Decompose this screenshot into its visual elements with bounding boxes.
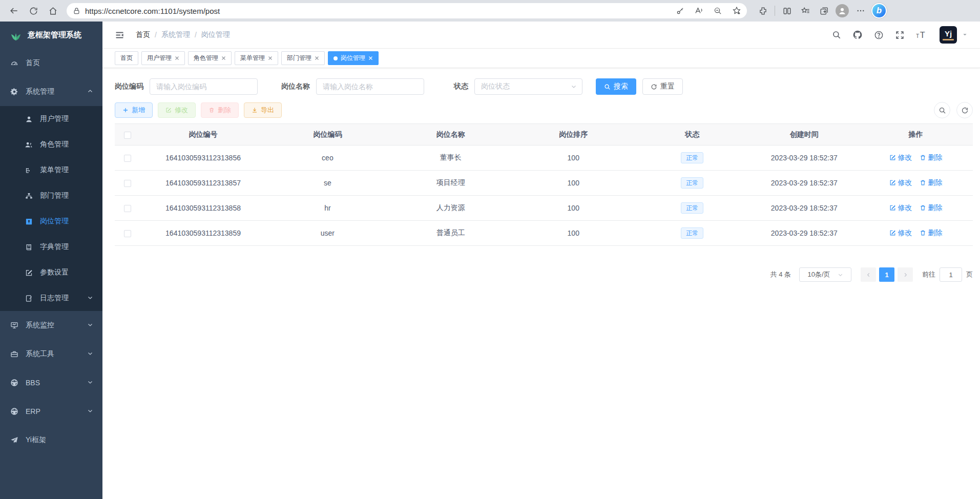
sidebar: 意框架管理系统 首页 系统管理 用户管理 [0, 22, 102, 499]
tab-posts[interactable]: 岗位管理 [328, 51, 379, 65]
sidebar-item-yi-framework[interactable]: Yi框架 [0, 426, 102, 454]
tab-home[interactable]: 首页 [115, 51, 138, 65]
edit-button[interactable]: 修改 [158, 102, 196, 118]
tab-menus[interactable]: 菜单管理 [235, 51, 278, 65]
row-checkbox[interactable] [124, 205, 131, 212]
add-favorite-icon[interactable] [729, 4, 744, 18]
row-delete-link[interactable]: 删除 [920, 178, 943, 188]
col-status: 状态 [635, 124, 749, 145]
export-button[interactable]: 导出 [244, 102, 282, 118]
prev-page-button[interactable] [861, 267, 876, 282]
sidebar-item-label: ERP [26, 407, 40, 415]
sidebar-item-role-mgmt[interactable]: 角色管理 [0, 132, 102, 157]
sidebar-item-bbs[interactable]: BBS [0, 368, 102, 397]
cell-post-id: 1641030593112313856 [140, 145, 266, 171]
sidebar-item-user-mgmt[interactable]: 用户管理 [0, 106, 102, 132]
browser-back-button[interactable] [5, 2, 23, 19]
breadcrumb-home[interactable]: 首页 [136, 30, 150, 39]
sidebar-item-dept-mgmt[interactable]: 部门管理 [0, 183, 102, 209]
password-key-icon[interactable] [673, 4, 687, 18]
org-tree-icon [25, 192, 33, 200]
avatar-caret-icon[interactable] [962, 30, 968, 39]
close-icon[interactable] [368, 56, 373, 60]
table-search-toggle-button[interactable] [934, 102, 950, 118]
goto-page-input[interactable] [940, 267, 962, 282]
sidebar-item-system-monitor[interactable]: 系统监控 [0, 311, 102, 340]
close-icon[interactable] [268, 56, 273, 60]
extensions-icon[interactable] [754, 2, 772, 19]
row-checkbox[interactable] [124, 155, 131, 162]
post-code-input[interactable] [150, 78, 258, 95]
svg-text:T: T [920, 30, 925, 39]
split-screen-icon[interactable] [778, 2, 796, 19]
row-checkbox[interactable] [124, 230, 131, 237]
table-tools [934, 102, 973, 118]
post-name-input[interactable] [316, 78, 424, 95]
address-bar[interactable]: https://ccnetcore.com:1101/system/post [67, 3, 747, 18]
favorites-icon[interactable] [797, 2, 814, 19]
close-icon[interactable] [175, 56, 179, 60]
system-mgmt-submenu: 用户管理 角色管理 菜单管理 部门管理 [0, 106, 102, 311]
close-icon[interactable] [315, 56, 319, 60]
close-icon[interactable] [221, 56, 226, 60]
pagination-total: 共 4 条 [770, 270, 791, 279]
zoom-out-icon[interactable] [711, 4, 725, 18]
header-search-icon[interactable] [832, 30, 841, 39]
row-delete-link[interactable]: 删除 [920, 228, 943, 238]
tab-depts[interactable]: 部门管理 [281, 51, 325, 65]
edit-icon [889, 204, 896, 211]
bing-copilot-icon[interactable]: b [870, 2, 888, 19]
sidebar-item-label: BBS [26, 379, 40, 387]
page-unit-label: 页 [966, 270, 973, 279]
url-text[interactable]: https://ccnetcore.com:1101/system/post [85, 7, 668, 15]
row-checkbox[interactable] [124, 180, 131, 187]
font-size-icon[interactable]: TT [916, 30, 928, 40]
add-button[interactable]: 新增 [115, 102, 153, 118]
status-select[interactable]: 岗位状态 [474, 78, 582, 95]
browser-home-button[interactable] [44, 2, 61, 19]
page-number-1[interactable]: 1 [879, 267, 894, 282]
sidebar-item-menu-mgmt[interactable]: 菜单管理 [0, 157, 102, 183]
table-refresh-button[interactable] [956, 102, 973, 118]
sidebar-item-system-tools[interactable]: 系统工具 [0, 340, 102, 368]
search-button[interactable]: 搜索 [596, 78, 636, 95]
browser-profile-avatar[interactable] [833, 2, 851, 19]
page-size-select[interactable]: 10条/页 [799, 267, 851, 282]
globe-icon [10, 379, 18, 387]
browser-refresh-button[interactable] [25, 2, 42, 19]
edit-icon [165, 107, 172, 113]
sidebar-item-dict-mgmt[interactable]: 字典管理 [0, 234, 102, 260]
next-page-button[interactable] [898, 267, 913, 282]
avatar-monogram: Yj [945, 30, 952, 37]
sidebar-item-post-mgmt[interactable]: 岗位管理 [0, 209, 102, 234]
edit-icon [889, 230, 896, 236]
row-delete-link[interactable]: 删除 [920, 153, 943, 162]
sidebar-item-param-settings[interactable]: 参数设置 [0, 260, 102, 285]
sidebar-collapse-icon[interactable] [115, 30, 124, 40]
user-avatar[interactable]: Yj [940, 26, 957, 44]
fullscreen-icon[interactable] [895, 30, 905, 40]
tab-roles[interactable]: 角色管理 [188, 51, 232, 65]
sidebar-item-system-mgmt[interactable]: 系统管理 [0, 77, 102, 106]
reset-button[interactable]: 重置 [642, 78, 683, 95]
read-aloud-icon[interactable] [692, 4, 706, 18]
cell-post-code: ceo [266, 145, 389, 171]
select-all-checkbox[interactable] [124, 132, 131, 139]
sidebar-item-log-mgmt[interactable]: 日志管理 [0, 285, 102, 311]
browser-menu-icon[interactable] [852, 2, 869, 19]
sidebar-item-erp[interactable]: ERP [0, 397, 102, 426]
dictionary-icon [25, 243, 33, 251]
row-edit-link[interactable]: 修改 [889, 203, 912, 213]
tab-users[interactable]: 用户管理 [141, 51, 185, 65]
github-icon[interactable] [852, 30, 863, 40]
delete-button[interactable]: 删除 [201, 102, 239, 118]
sidebar-item-home[interactable]: 首页 [0, 49, 102, 77]
row-delete-link[interactable]: 删除 [920, 203, 943, 213]
row-edit-link[interactable]: 修改 [889, 178, 912, 188]
row-edit-link[interactable]: 修改 [889, 228, 912, 238]
help-icon[interactable] [874, 30, 884, 40]
row-edit-link[interactable]: 修改 [889, 153, 912, 162]
collections-icon[interactable] [815, 2, 832, 19]
app-logo[interactable]: 意框架管理系统 [0, 22, 102, 49]
status-badge: 正常 [681, 227, 703, 239]
